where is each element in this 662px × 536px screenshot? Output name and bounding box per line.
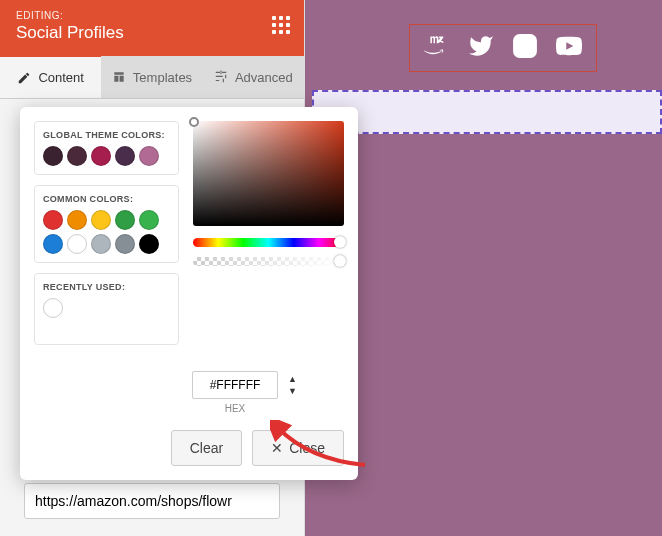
color-swatch[interactable] [67, 146, 87, 166]
color-swatch[interactable] [115, 234, 135, 254]
tabs: Content Templates Advanced [0, 56, 304, 99]
social-profiles-preview [409, 24, 597, 72]
color-swatch[interactable] [43, 298, 63, 318]
tab-advanced[interactable]: Advanced [203, 56, 304, 98]
editing-label: EDITING: [16, 10, 288, 21]
format-stepper[interactable]: ▲▼ [288, 374, 297, 396]
close-icon: ✕ [271, 440, 283, 456]
tab-content-label: Content [38, 70, 84, 85]
color-picker-popover: GLOBAL THEME COLORS: COMMON COLORS: RECE… [20, 107, 358, 480]
tab-templates[interactable]: Templates [101, 56, 202, 98]
url-input[interactable] [24, 483, 280, 519]
alpha-slider[interactable] [193, 257, 344, 266]
tab-content[interactable]: Content [0, 55, 101, 98]
clear-button[interactable]: Clear [171, 430, 242, 466]
hex-input[interactable] [192, 371, 278, 399]
color-swatch[interactable] [67, 210, 87, 230]
color-swatch[interactable] [43, 210, 63, 230]
common-colors-label: COMMON COLORS: [43, 194, 170, 204]
svg-point-2 [530, 38, 532, 40]
hex-label: HEX [192, 403, 278, 414]
youtube-icon[interactable] [556, 33, 582, 63]
color-swatch[interactable] [67, 234, 87, 254]
drag-handle-icon[interactable] [272, 16, 290, 34]
picker-cursor[interactable] [189, 117, 199, 127]
global-colors-label: GLOBAL THEME COLORS: [43, 130, 170, 140]
color-swatch[interactable] [91, 234, 111, 254]
color-swatch[interactable] [115, 146, 135, 166]
color-swatch[interactable] [91, 210, 111, 230]
close-button[interactable]: ✕Close [252, 430, 344, 466]
hue-thumb[interactable] [334, 236, 346, 248]
amazon-icon[interactable] [424, 33, 450, 63]
panel-title: Social Profiles [16, 23, 288, 43]
editor-canvas [305, 0, 662, 536]
color-swatch[interactable] [43, 146, 63, 166]
tab-templates-label: Templates [133, 70, 192, 85]
global-colors-group: GLOBAL THEME COLORS: [34, 121, 179, 175]
saturation-value-picker[interactable] [193, 121, 344, 226]
chevron-up-icon[interactable]: ▲ [288, 374, 297, 384]
hue-slider[interactable] [193, 238, 344, 247]
color-swatch[interactable] [139, 210, 159, 230]
instagram-icon[interactable] [512, 33, 538, 63]
drop-zone[interactable] [312, 90, 662, 134]
color-swatch[interactable] [139, 234, 159, 254]
recent-colors-label: RECENTLY USED: [43, 282, 170, 292]
color-swatch[interactable] [43, 234, 63, 254]
chevron-down-icon[interactable]: ▼ [288, 386, 297, 396]
color-swatch[interactable] [91, 146, 111, 166]
common-colors-group: COMMON COLORS: [34, 185, 179, 263]
svg-point-1 [521, 42, 530, 51]
tab-advanced-label: Advanced [235, 70, 293, 85]
alpha-thumb[interactable] [334, 255, 346, 267]
recent-colors-group: RECENTLY USED: [34, 273, 179, 345]
color-swatch[interactable] [115, 210, 135, 230]
color-swatch[interactable] [139, 146, 159, 166]
panel-header: EDITING: Social Profiles [0, 0, 304, 56]
twitter-icon[interactable] [468, 33, 494, 63]
